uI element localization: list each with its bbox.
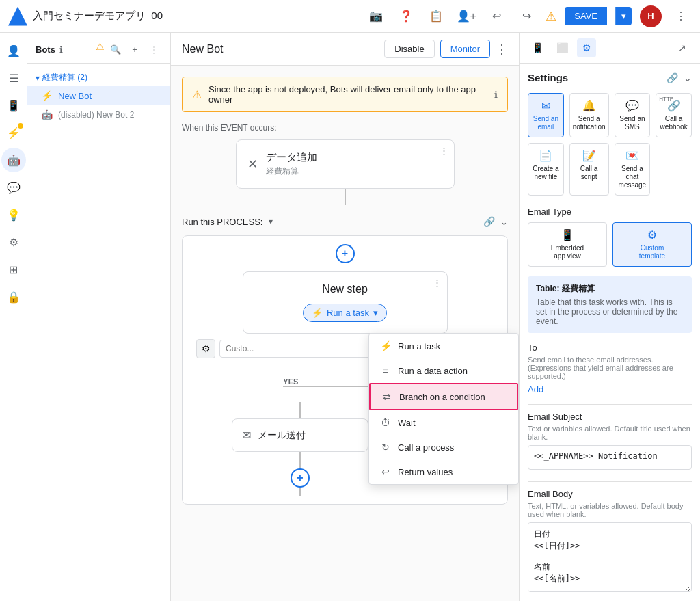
create-file-icon: 📄 <box>539 149 552 162</box>
process-link-icon[interactable]: 🔗 <box>483 216 495 227</box>
redo-icon-btn[interactable]: ↪ <box>515 5 537 27</box>
sidebar-item-integrations[interactable]: ⊞ <box>1 257 26 282</box>
dropdown-item-run-task[interactable]: ⚡ Run a task <box>369 334 518 358</box>
add-step-top-button[interactable]: + <box>336 244 355 263</box>
sidebar-item-bots[interactable]: 🤖 <box>1 148 26 172</box>
bots-more-icon[interactable]: ⋮ <box>146 41 162 57</box>
email-type-custom[interactable]: ⚙ Customtemplate <box>612 222 692 267</box>
process-box: + ⋮ New step ⚡ Run a task ▾ <box>182 235 508 505</box>
flow-container-event: ⋮ ✕ データ追加 経費精算 <box>182 139 508 205</box>
to-label: To <box>528 343 692 353</box>
automation-badge <box>18 123 23 129</box>
dropdown-item-data-action[interactable]: ≡ Run a data action <box>369 358 518 383</box>
settings-option-notification[interactable]: 🔔 Send anotification <box>569 93 609 137</box>
monitor-button[interactable]: Monitor <box>440 40 490 58</box>
canvas-more-icon[interactable]: ⋮ <box>496 42 508 57</box>
panel-external-icon-btn[interactable]: ↗ <box>673 38 692 57</box>
settings-option-webhook[interactable]: HTTP 🔗 Call awebhook <box>656 93 692 137</box>
bots-panel: Bots ℹ ⚠ 🔍 + ⋮ ▾ 経費精算 (2) ⚡ New Bot 🤖 (d… <box>27 33 171 601</box>
settings-option-send-email[interactable]: ✉ Send anemail <box>528 93 564 137</box>
settings-option-sms[interactable]: 💬 Send anSMS <box>615 93 651 137</box>
banner-info-icon[interactable]: ℹ <box>494 90 498 100</box>
settings-option-chat-message[interactable]: 💌 Send a chatmessage <box>615 143 651 196</box>
dropdown-branch-label: Branch on a condition <box>399 392 485 402</box>
sidebar-item-insights[interactable]: 💡 <box>1 202 26 227</box>
yes-after-mail-connector <box>299 452 301 468</box>
settings-link-icon[interactable]: 🔗 <box>667 72 678 83</box>
email-subject-label: Email Subject <box>528 412 692 422</box>
dropdown-item-return-values[interactable]: ↩ Return values <box>369 459 518 484</box>
mail-node-icon: ✉ <box>242 429 251 442</box>
add-step-top-area: + <box>191 244 499 263</box>
event-label: When this EVENT occurs: <box>182 123 508 133</box>
right-panel-content: Settings 🔗 ⌄ ✉ Send anemail 🔔 Send anoti… <box>520 64 700 601</box>
add-step-yes-button[interactable]: + <box>291 468 310 488</box>
help-icon-btn[interactable]: ❓ <box>395 5 417 27</box>
settings-options-grid: ✉ Send anemail 🔔 Send anotification 💬 Se… <box>528 93 692 196</box>
event-node-title: データ追加 <box>266 151 317 164</box>
undo-icon-btn[interactable]: ↩ <box>485 5 507 27</box>
webhook-label: Call awebhook <box>660 115 688 131</box>
new-step-title: New step <box>254 283 436 295</box>
panel-tablet-icon-btn[interactable]: ⬜ <box>552 38 571 57</box>
banner-text: Since the app is not deployed, Bots will… <box>208 84 487 105</box>
settings-option-create-file[interactable]: 📄 Create anew file <box>528 143 564 196</box>
canvas-content: ⚠ Since the app is not deployed, Bots wi… <box>171 66 519 601</box>
avatar-button[interactable]: H <box>640 5 662 27</box>
settings-expand-icon[interactable]: ⌄ <box>684 72 692 83</box>
event-node-icon: ✕ <box>247 157 258 172</box>
notification-label: Send anotification <box>573 115 606 131</box>
bot-item-new-bot[interactable]: ⚡ New Bot <box>27 86 170 105</box>
dropdown-item-call-process[interactable]: ↻ Call a process <box>369 435 518 459</box>
email-type-embedded[interactable]: 📱 Embeddedapp view <box>528 222 607 267</box>
dropdown-item-branch[interactable]: ⇄ Branch on a condition <box>369 383 518 410</box>
topbar-icons: 📷 ❓ 📋 👤+ ↩ ↪ ⚠ SAVE ▾ H ⋮ <box>365 5 692 27</box>
email-body-desc: Text, HTML, or variables allowed. Defaul… <box>528 502 692 518</box>
email-subject-input[interactable]: <<_APPNAME>> Notification <box>528 445 692 470</box>
dropdown-data-action-label: Run a data action <box>398 366 468 376</box>
more-menu-button[interactable]: ⋮ <box>670 5 692 27</box>
email-type-label: Email Type <box>528 206 692 217</box>
dropdown-item-wait[interactable]: ⏱ Wait <box>369 410 518 435</box>
add-user-icon-btn[interactable]: 👤+ <box>455 5 477 27</box>
email-body-textarea[interactable]: 日付 <<[日付]>> 名前 <<[名前]>> プロジェクト <<[プロジェクト… <box>528 522 692 592</box>
sidebar-item-security[interactable]: 🔒 <box>1 284 26 309</box>
http-label: HTTP <box>659 96 673 102</box>
sidebar-item-mobile[interactable]: 📱 <box>1 93 26 118</box>
disable-button[interactable]: Disable <box>384 40 434 58</box>
sidebar-item-settings[interactable]: ⚙ <box>1 230 26 254</box>
add-email-button[interactable]: Add <box>528 384 543 395</box>
settings-option-call-script[interactable]: 📝 Call ascript <box>569 143 609 196</box>
bots-add-icon[interactable]: + <box>126 41 143 57</box>
sidebar-item-chat[interactable]: 💬 <box>1 175 26 200</box>
panel-mobile-icon-btn[interactable]: 📱 <box>528 38 547 57</box>
process-expand-icon[interactable]: ⌄ <box>500 217 508 227</box>
canvas-header: New Bot Disable Monitor ⋮ <box>171 33 519 66</box>
panel-gear-icon-btn[interactable]: ⚙ <box>577 38 596 57</box>
dropdown-return-values-label: Return values <box>398 467 453 477</box>
sidebar-item-users[interactable]: 👤 <box>1 38 26 63</box>
new-step-more-icon[interactable]: ⋮ <box>433 278 442 288</box>
mail-node-label: メール送付 <box>258 429 306 442</box>
bots-group-label: 経費精算 (2) <box>42 72 88 83</box>
data-action-icon: ≡ <box>380 365 391 376</box>
new-step-area: ⋮ New step ⚡ Run a task ▾ <box>191 271 499 334</box>
sidebar-item-automation[interactable]: ⚡ <box>1 120 26 145</box>
bots-search-icon[interactable]: 🔍 <box>107 41 124 57</box>
embedded-view-label: Embeddedapp view <box>551 244 584 261</box>
event-node-more-icon[interactable]: ⋮ <box>440 146 448 156</box>
bot-item-disabled-bot[interactable]: 🤖 (disabled) New Bot 2 <box>27 105 170 124</box>
yes-branch-connector <box>299 402 301 418</box>
camera-icon-btn[interactable]: 📷 <box>365 5 387 27</box>
event-node[interactable]: ⋮ ✕ データ追加 経費精算 <box>236 139 455 189</box>
run-task-button[interactable]: ⚡ Run a task ▾ <box>303 304 387 322</box>
save-dropdown-button[interactable]: ▾ <box>615 7 632 25</box>
new-step-node[interactable]: ⋮ New step ⚡ Run a task ▾ <box>243 271 448 334</box>
event-to-process-connector <box>345 189 346 205</box>
bots-group-header[interactable]: ▾ 経費精算 (2) <box>27 69 170 86</box>
mail-node[interactable]: ✉ メール送付 ⋮ <box>232 418 368 452</box>
save-button[interactable]: SAVE <box>565 7 607 25</box>
table-icon-btn[interactable]: 📋 <box>425 5 447 27</box>
bot-item-label-disabled: (disabled) New Bot 2 <box>58 110 134 120</box>
sidebar-item-views[interactable]: ☰ <box>1 66 26 90</box>
